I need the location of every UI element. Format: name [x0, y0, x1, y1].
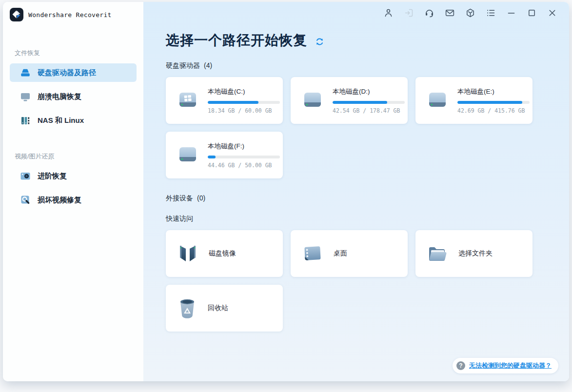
- quick-card-label: 选择文件夹: [458, 249, 493, 258]
- section-hard-drives: 硬盘驱动器(4): [166, 61, 569, 70]
- drive-grid: 本地磁盘(C:) 18.34 GB / 60.00 GB 本地磁盘(D:): [166, 77, 569, 178]
- quick-card-label: 回收站: [208, 304, 228, 313]
- nas-server-icon: [20, 116, 31, 125]
- minimize-icon[interactable]: [506, 7, 516, 18]
- sidebar-section-file-recovery: 文件恢复: [15, 49, 143, 58]
- quick-access-grid: 磁盘镜像 桌面: [166, 230, 569, 332]
- sidebar-item-nas-linux[interactable]: NAS 和 Linux: [10, 111, 137, 130]
- titlebar-icons: [383, 7, 557, 18]
- camera-icon: [20, 171, 31, 181]
- sidebar: Wondershare Recoverit 文件恢复 硬盘驱动器及路径 崩溃电脑…: [3, 2, 143, 381]
- help-link-text: 无法检测到您的硬盘驱动器？: [469, 361, 552, 370]
- quick-card-label: 磁盘镜像: [209, 249, 236, 258]
- drive-card-c[interactable]: 本地磁盘(C:) 18.34 GB / 60.00 GB: [166, 77, 283, 124]
- video-repair-icon: [20, 195, 31, 205]
- app-logo-row: Wondershare Recoverit: [3, 2, 143, 21]
- maximize-icon[interactable]: [526, 7, 537, 18]
- drive-name: 本地磁盘(E:): [457, 87, 530, 96]
- product-box-icon[interactable]: [465, 7, 475, 18]
- page-title: 选择一个路径开始恢复: [166, 31, 307, 50]
- menu-list-icon[interactable]: [485, 7, 496, 18]
- drive-name: 本地磁盘(F:): [208, 142, 280, 151]
- drive-name: 本地磁盘(D:): [333, 87, 405, 96]
- drive-size-text: 42.69 GB / 415.76 GB: [457, 107, 530, 114]
- sidebar-item-label: 崩溃电脑恢复: [38, 92, 81, 101]
- quick-card-select-folder[interactable]: 选择文件夹: [415, 230, 533, 277]
- crashed-computer-icon: [20, 92, 31, 101]
- user-icon[interactable]: [383, 7, 394, 18]
- section-quick-access: 快速访问: [166, 215, 569, 223]
- feedback-mail-icon[interactable]: [444, 7, 455, 18]
- quick-card-disk-image[interactable]: 磁盘镜像: [166, 230, 283, 277]
- quick-card-recycle-bin[interactable]: 回收站: [166, 285, 283, 332]
- sidebar-item-label: 损坏视频修复: [38, 196, 81, 205]
- sidebar-section-video-photo: 视频/图片还原: [15, 152, 143, 161]
- sidebar-item-hard-drives[interactable]: 硬盘驱动器及路径: [10, 63, 137, 82]
- main-panel: 选择一个路径开始恢复 硬盘驱动器(4): [143, 2, 569, 381]
- drive-size-text: 44.46 GB / 50.00 GB: [208, 162, 280, 169]
- recycle-bin-icon: [177, 297, 198, 319]
- select-folder-icon: [426, 243, 449, 264]
- drive-card-d[interactable]: 本地磁盘(D:) 42.54 GB / 178.47 GB: [291, 77, 408, 124]
- sidebar-item-label: 硬盘驱动器及路径: [38, 68, 96, 78]
- question-mark-icon: ?: [456, 361, 465, 370]
- drive-usage-bar: [208, 101, 280, 104]
- app-window: Wondershare Recoverit 文件恢复 硬盘驱动器及路径 崩溃电脑…: [3, 2, 569, 381]
- drive-not-detected-help[interactable]: ? 无法检测到您的硬盘驱动器？: [453, 358, 558, 373]
- drive-icon: [20, 68, 31, 78]
- quick-card-label: 桌面: [334, 249, 347, 258]
- login-icon[interactable]: [403, 7, 414, 18]
- quick-card-desktop[interactable]: 桌面: [291, 230, 408, 277]
- refresh-icon[interactable]: [315, 37, 324, 46]
- drive-name: 本地磁盘(C:): [208, 87, 280, 96]
- drive-usage-bar: [457, 101, 530, 104]
- sidebar-item-label: 进阶恢复: [38, 172, 67, 181]
- app-logo-icon: [10, 8, 23, 21]
- support-headset-icon[interactable]: [424, 7, 434, 18]
- sidebar-item-video-repair[interactable]: 损坏视频修复: [10, 191, 137, 209]
- hard-drive-icon: [177, 145, 199, 165]
- sidebar-item-label: NAS 和 Linux: [38, 116, 84, 125]
- app-title: Wondershare Recoverit: [28, 11, 112, 19]
- disk-image-icon: [177, 242, 199, 265]
- drive-size-text: 42.54 GB / 178.47 GB: [333, 107, 405, 114]
- sidebar-item-crashed-computer[interactable]: 崩溃电脑恢复: [10, 87, 137, 106]
- hard-drive-icon: [426, 91, 449, 110]
- drive-card-e[interactable]: 本地磁盘(E:) 42.69 GB / 415.76 GB: [415, 77, 533, 124]
- drive-card-f[interactable]: 本地磁盘(F:) 44.46 GB / 50.00 GB: [166, 132, 283, 178]
- drive-size-text: 18.34 GB / 60.00 GB: [208, 107, 280, 114]
- sidebar-item-enhanced-recovery[interactable]: 进阶恢复: [10, 167, 137, 185]
- drive-usage-bar: [208, 156, 280, 158]
- section-external-devices: 外接设备(0): [166, 194, 569, 203]
- hard-drive-windows-icon: [177, 91, 199, 110]
- desktop-icon: [301, 243, 324, 264]
- close-icon[interactable]: [547, 7, 557, 18]
- drive-usage-bar: [333, 101, 405, 104]
- hard-drive-icon: [301, 91, 324, 110]
